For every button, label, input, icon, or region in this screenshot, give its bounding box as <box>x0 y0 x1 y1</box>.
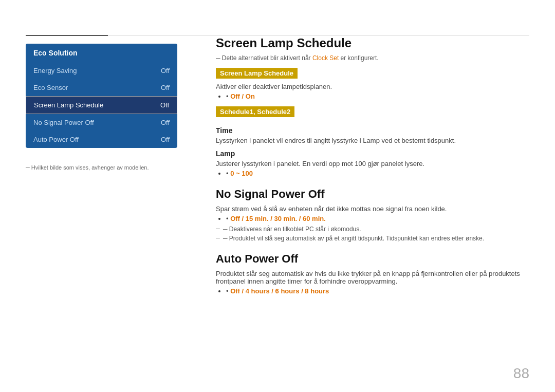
sidebar-item-auto-power[interactable]: Auto Power Off Off <box>26 131 177 148</box>
screen-lamp-options-text: Off / On <box>230 92 255 100</box>
sidebar-item-no-signal-label: No Signal Power Off <box>33 119 94 126</box>
auto-power-desc: Produktet slår seg automatisk av hvis du… <box>216 270 529 285</box>
top-divider-accent <box>26 35 108 36</box>
sidebar-item-no-signal-value: Off <box>161 119 170 126</box>
sidebar-item-energy-saving[interactable]: Energy Saving Off <box>26 62 177 79</box>
screen-lamp-section: Screen Lamp Schedule ─ Dette alternative… <box>216 36 529 177</box>
time-title: Time <box>216 126 529 135</box>
time-lamp-link: Lamp <box>363 137 380 144</box>
sidebar-item-auto-power-label: Auto Power Off <box>33 136 79 143</box>
lamp-options: 0 ~ 100 <box>226 170 529 177</box>
screen-lamp-note-prefix: ─ Dette alternativet blir aktivert når <box>216 54 312 62</box>
time-subsection: Time Lysstyrken i panelet vil endres til… <box>216 126 529 144</box>
screen-lamp-highlight: Screen Lamp Schedule <box>216 68 298 79</box>
no-signal-options-text: Off / 15 min. / 30 min. / 60 min. <box>230 215 326 222</box>
sidebar-item-eco-sensor-value: Off <box>161 84 170 91</box>
sidebar-item-auto-power-value: Off <box>161 136 170 143</box>
screen-lamp-options: Off / On <box>226 92 529 100</box>
screen-lamp-desc: Aktiver eller deaktiver lampetidsplanen. <box>216 83 529 90</box>
sidebar-item-screen-lamp-label: Screen Lamp Schedule <box>34 101 103 109</box>
no-signal-title: No Signal Power Off <box>216 188 529 201</box>
no-signal-section: No Signal Power Off Spar strøm ved å slå… <box>216 188 529 242</box>
auto-power-title: Auto Power Off <box>216 252 529 266</box>
page-number: 88 <box>513 365 529 382</box>
sidebar-title: Eco Solution <box>26 44 177 62</box>
no-signal-options: Off / 15 min. / 30 min. / 60 min. <box>226 215 529 222</box>
sidebar-note: ─ Hvilket bilde som vises, avhenger av m… <box>26 164 149 171</box>
main-content: Screen Lamp Schedule ─ Dette alternative… <box>216 36 529 377</box>
no-signal-note2: ─ Produktet vil slå seg automatisk av på… <box>216 235 529 242</box>
lamp-desc: Justerer lysstyrken i panelet. En verdi … <box>216 160 529 167</box>
sidebar-item-eco-sensor[interactable]: Eco Sensor Off <box>26 79 177 96</box>
auto-power-options: Off / 4 hours / 6 hours / 8 hours <box>226 287 529 295</box>
sidebar-item-energy-saving-value: Off <box>161 67 170 74</box>
screen-lamp-note-link: Clock Set <box>312 54 339 62</box>
sidebar-item-screen-lamp-value: Off <box>160 101 169 109</box>
sidebar-item-eco-sensor-label: Eco Sensor <box>33 84 68 91</box>
sidebar: Eco Solution Energy Saving Off Eco Senso… <box>26 44 177 148</box>
screen-lamp-note-suffix: er konfigurert. <box>339 54 378 62</box>
lamp-options-text: 0 ~ 100 <box>230 170 253 177</box>
time-desc-text: Lysstyrken i panelet vil endres til angi… <box>216 137 363 144</box>
no-signal-note1: ─ Deaktiveres når en tilkoblet PC står i… <box>216 226 529 233</box>
schedule-highlight: Schedule1, Schedule2 <box>216 106 294 117</box>
auto-power-options-text: Off / 4 hours / 6 hours / 8 hours <box>230 287 329 295</box>
lamp-title: Lamp <box>216 150 529 158</box>
sidebar-item-no-signal[interactable]: No Signal Power Off Off <box>26 114 177 131</box>
sidebar-item-energy-saving-label: Energy Saving <box>33 67 77 74</box>
sidebar-item-screen-lamp[interactable]: Screen Lamp Schedule Off <box>26 96 177 114</box>
auto-power-section: Auto Power Off Produktet slår seg automa… <box>216 252 529 295</box>
lamp-subsection: Lamp Justerer lysstyrken i panelet. En v… <box>216 150 529 177</box>
no-signal-desc: Spar strøm ved å slå av enheten når det … <box>216 205 529 213</box>
screen-lamp-note: ─ Dette alternativet blir aktivert når C… <box>216 54 529 62</box>
time-desc: Lysstyrken i panelet vil endres til angi… <box>216 137 529 144</box>
time-suffix: ved et bestemt tidspunkt. <box>380 137 456 144</box>
screen-lamp-title: Screen Lamp Schedule <box>216 36 529 50</box>
